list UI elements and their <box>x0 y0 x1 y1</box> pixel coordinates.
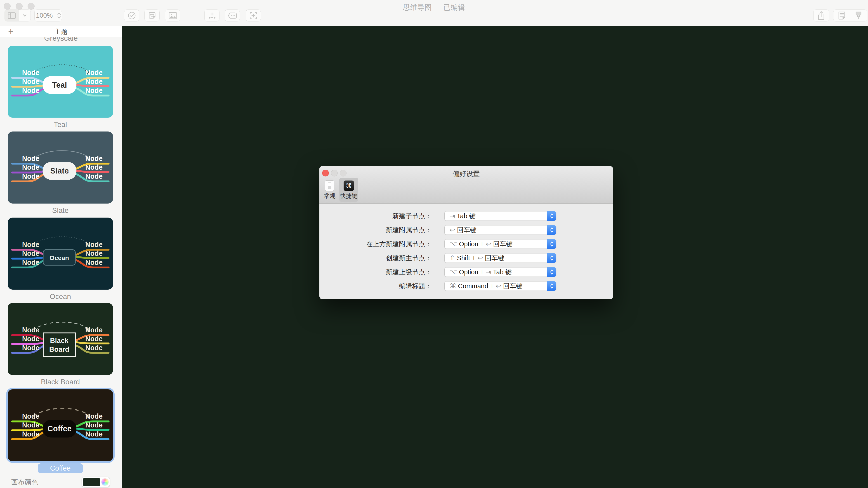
stepper-arrows-icon <box>58 13 60 18</box>
theme-name-label: Black Board <box>8 375 113 389</box>
theme-card-slate[interactable]: NodeNodeNodeNodeNodeNodeSlateSlate <box>8 131 113 217</box>
svg-text:Node: Node <box>85 335 103 343</box>
sticker-button[interactable] <box>145 9 160 22</box>
tag-ellipsis-icon <box>227 12 237 19</box>
dialog-header: 偏好设置 常规 ⌘ 快捷键 <box>319 166 613 203</box>
shortcut-value: ⇥ Tab 键 <box>450 212 476 221</box>
theme-name-label: Teal <box>8 118 113 131</box>
svg-text:Node: Node <box>85 87 103 94</box>
theme-preview: NodeNodeNodeNodeNodeNodeOcean <box>8 218 113 290</box>
svg-text:Node: Node <box>85 430 103 438</box>
canvas-color-swatch <box>83 478 100 486</box>
shortcut-popup-button[interactable]: ⌘ Command + ↩ 回车键 <box>444 281 556 291</box>
svg-text:Board: Board <box>49 346 69 353</box>
shortcut-row: 新建附属节点：↩ 回车键 <box>319 225 613 235</box>
sidebar-icon <box>5 10 19 21</box>
svg-text:Node: Node <box>22 344 39 352</box>
shortcut-label: 在上方新建附属节点： <box>319 239 432 249</box>
complete-task-button[interactable] <box>124 9 139 22</box>
svg-text:Node: Node <box>85 326 103 334</box>
notes-panel-button[interactable] <box>833 10 850 21</box>
inspector-segmented-control <box>833 9 867 22</box>
shortcut-label: 新建附属节点： <box>319 225 432 235</box>
svg-text:Node: Node <box>85 77 103 85</box>
dialog-title: 偏好设置 <box>319 169 613 178</box>
chevron-down-icon <box>19 10 31 21</box>
svg-text:Node: Node <box>85 412 103 420</box>
svg-text:Node: Node <box>22 77 39 85</box>
theme-name-label: Ocean <box>8 290 113 303</box>
svg-text:Node: Node <box>22 163 39 171</box>
theme-card-coffee[interactable]: NodeNodeNodeNodeNodeNodeCoffeeCoffee <box>8 389 113 473</box>
color-wheel-icon[interactable] <box>101 479 108 486</box>
theme-card-ocean[interactable]: NodeNodeNodeNodeNodeNodeOceanOcean <box>8 218 113 303</box>
svg-text:Coffee: Coffee <box>48 424 72 433</box>
canvas-color-label: 画布颜色 <box>11 476 38 488</box>
add-node-button[interactable] <box>204 9 219 22</box>
insert-image-button[interactable] <box>165 9 180 22</box>
svg-text:Slate: Slate <box>50 166 69 175</box>
zoom-stepper[interactable]: 100% <box>34 9 62 22</box>
svg-text:Node: Node <box>22 412 39 420</box>
theme-thumbnail[interactable]: NodeNodeNodeNodeNodeNodeCoffee <box>8 389 113 461</box>
theme-label-greyscale: Greyscale <box>0 37 122 42</box>
theme-name-label: Slate <box>8 203 113 217</box>
theme-card-teal[interactable]: NodeNodeNodeNodeNodeNodeTealTeal <box>8 46 113 131</box>
check-circle-icon <box>127 11 136 20</box>
shortcut-value: ↩ 回车键 <box>450 225 476 234</box>
shortcut-popup-button[interactable]: ⌥ Option + ⇥ Tab 键 <box>444 267 556 277</box>
document-icon <box>838 11 846 20</box>
share-icon <box>817 11 825 20</box>
sticker-icon <box>148 11 157 20</box>
popup-arrows-icon <box>547 281 556 291</box>
sidebar-footer: 画布颜色 <box>0 476 122 488</box>
shortcut-label: 创建新主节点： <box>319 253 432 263</box>
preferences-dialog: 偏好设置 常规 ⌘ 快捷键 新建子节点：⇥ Tab 键新建附属节点：↩ 回车键在… <box>319 166 613 299</box>
theme-thumbnail[interactable]: NodeNodeNodeNodeNodeNodeSlate <box>8 131 113 203</box>
theme-card-black-board[interactable]: NodeNodeNodeNodeNodeNodeBlackBoardBlack … <box>8 303 113 389</box>
svg-text:Node: Node <box>22 87 39 94</box>
shortcut-value: ⌥ Option + ↩ 回车键 <box>450 239 513 249</box>
shortcut-value: ⇧ Shift + ↩ 回车键 <box>450 254 504 263</box>
sidebar-toggle-button[interactable] <box>4 9 31 22</box>
command-key-icon: ⌘ <box>344 181 354 191</box>
light-switch-icon <box>325 181 334 191</box>
add-frame-icon <box>249 11 258 20</box>
popup-arrows-icon <box>547 225 556 235</box>
svg-text:Node: Node <box>85 250 103 257</box>
popup-arrows-icon <box>547 253 556 263</box>
canvas-color-well[interactable] <box>82 477 110 487</box>
share-button[interactable] <box>813 9 829 22</box>
shortcut-label: 新建上级节点： <box>319 267 432 277</box>
shortcut-label: 编辑标题： <box>319 281 432 291</box>
shortcut-value: ⌘ Command + ↩ 回车键 <box>450 282 523 291</box>
tag-button[interactable] <box>225 9 240 22</box>
shortcut-popup-button[interactable]: ⌥ Option + ↩ 回车键 <box>444 239 556 249</box>
svg-text:Node: Node <box>85 163 103 171</box>
tab-shortcuts[interactable]: ⌘ 快捷键 <box>339 178 358 202</box>
shortcut-rows: 新建子节点：⇥ Tab 键新建附属节点：↩ 回车键在上方新建附属节点：⌥ Opt… <box>319 211 613 295</box>
image-icon <box>168 11 177 20</box>
theme-thumbnail[interactable]: NodeNodeNodeNodeNodeNodeBlackBoard <box>8 303 113 375</box>
sidebar-header: + 主题 <box>0 26 122 37</box>
style-panel-button[interactable] <box>850 10 867 21</box>
shortcut-row: 创建新主节点：⇧ Shift + ↩ 回车键 <box>319 253 613 263</box>
theme-sidebar: + 主题 Greyscale NodeNodeNodeNodeNodeNodeT… <box>0 26 122 488</box>
svg-text:Node: Node <box>85 240 103 248</box>
svg-text:Node: Node <box>22 258 39 266</box>
svg-text:Node: Node <box>22 335 39 343</box>
brush-icon <box>855 11 863 20</box>
svg-text:Node: Node <box>22 155 39 162</box>
shortcut-popup-button[interactable]: ↩ 回车键 <box>444 225 556 235</box>
shortcut-row: 在上方新建附属节点：⌥ Option + ↩ 回车键 <box>319 239 613 249</box>
theme-thumbnail[interactable]: NodeNodeNodeNodeNodeNodeTeal <box>8 46 113 118</box>
shortcut-popup-button[interactable]: ⇧ Shift + ↩ 回车键 <box>444 253 556 263</box>
popup-arrows-icon <box>547 211 556 221</box>
shortcut-popup-button[interactable]: ⇥ Tab 键 <box>444 211 556 221</box>
svg-text:Node: Node <box>22 69 39 76</box>
theme-thumbnail[interactable]: NodeNodeNodeNodeNodeNodeOcean <box>8 218 113 290</box>
zoom-value: 100% <box>36 12 53 19</box>
add-frame-button[interactable] <box>246 9 261 22</box>
popup-arrows-icon <box>547 267 556 277</box>
shortcut-label: 新建子节点： <box>319 211 432 221</box>
